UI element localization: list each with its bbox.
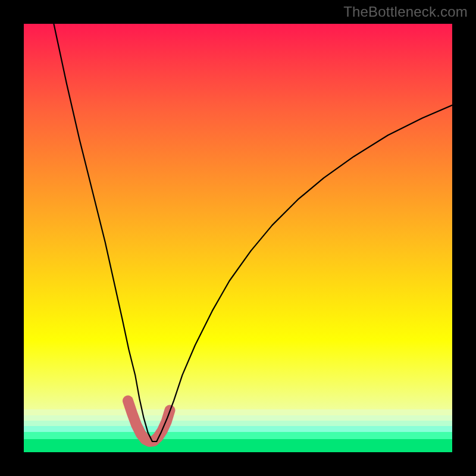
chart-svg <box>24 24 452 452</box>
curve-line <box>54 24 452 441</box>
watermark-text: TheBottleneck.com <box>343 4 468 20</box>
plot-area <box>24 24 452 452</box>
chart-frame: TheBottleneck.com <box>0 0 476 476</box>
